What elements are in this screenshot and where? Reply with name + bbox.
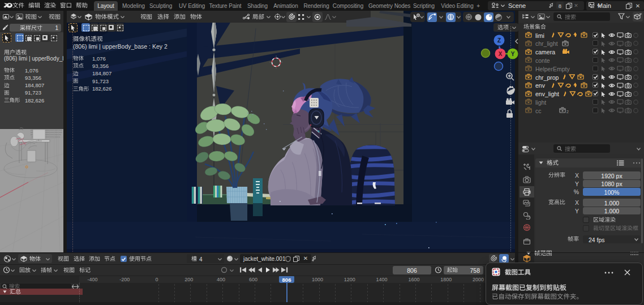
svg-text:X: X (499, 51, 503, 57)
svg-text:Y: Y (511, 51, 515, 57)
svg-text:Z: Z (497, 37, 501, 44)
